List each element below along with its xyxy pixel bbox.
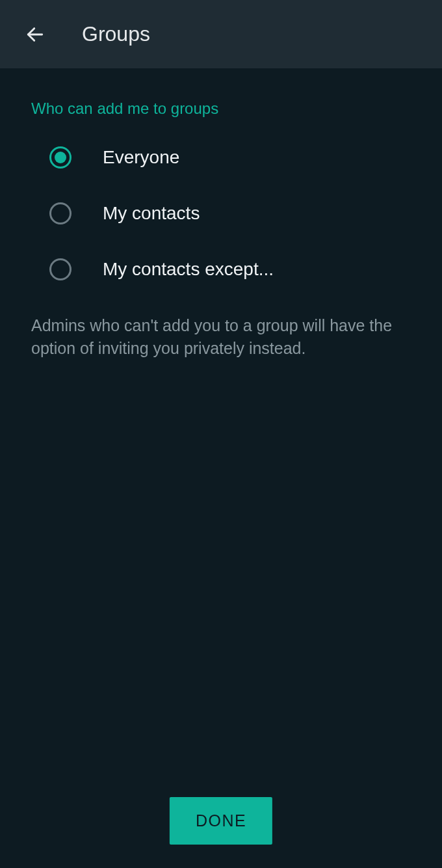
option-my-contacts-except[interactable]: My contacts except... xyxy=(49,258,411,280)
option-everyone[interactable]: Everyone xyxy=(49,146,411,169)
radio-button-icon xyxy=(49,258,72,280)
option-my-contacts[interactable]: My contacts xyxy=(49,202,411,224)
radio-button-icon xyxy=(49,202,72,224)
content-area: Who can add me to groups Everyone My con… xyxy=(0,68,442,360)
option-label: My contacts except... xyxy=(103,259,274,280)
page-title: Groups xyxy=(82,22,150,46)
header: Groups xyxy=(0,0,442,68)
done-button[interactable]: DONE xyxy=(170,797,272,845)
radio-button-icon xyxy=(49,146,72,169)
back-arrow-icon[interactable] xyxy=(25,24,46,45)
description-text: Admins who can't add you to a group will… xyxy=(31,314,411,360)
option-label: Everyone xyxy=(103,147,179,168)
radio-group: Everyone My contacts My contacts except.… xyxy=(31,146,411,280)
option-label: My contacts xyxy=(103,203,200,224)
section-title: Who can add me to groups xyxy=(31,100,411,118)
